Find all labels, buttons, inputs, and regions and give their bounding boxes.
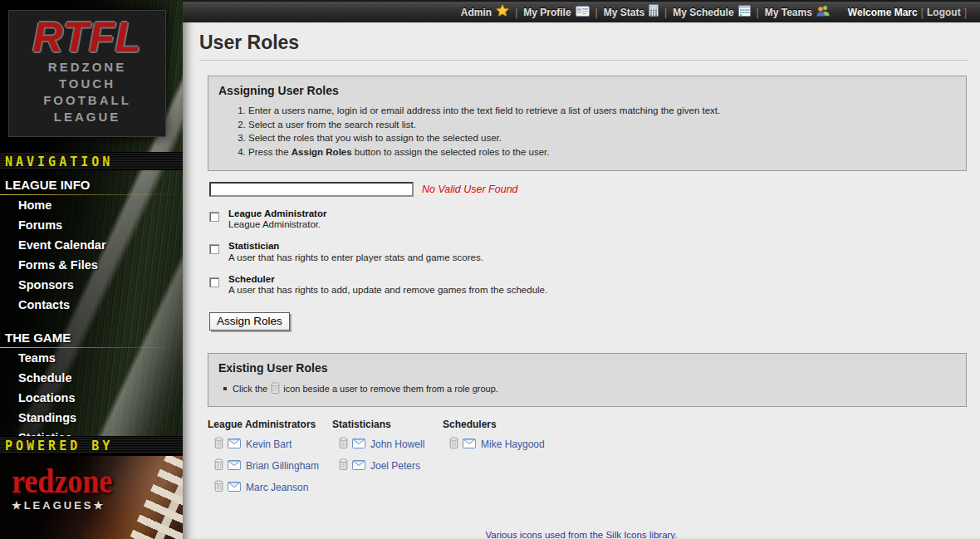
topbar-item-label: My Stats <box>604 7 644 18</box>
topbar: Admin | My Profile | My Stats | My Sched… <box>183 0 980 22</box>
user-row: Joel Peters <box>339 458 443 473</box>
topbar-item-label: My Teams <box>765 7 812 18</box>
user-name-link[interactable]: Marc Jeanson <box>246 482 308 493</box>
role-checkbox-scheduler[interactable] <box>209 277 219 287</box>
user-row: John Howell <box>339 437 443 452</box>
email-icon[interactable] <box>228 480 241 495</box>
redzone-leagues-sub: ★LEAGUES★ <box>12 499 105 512</box>
logo-line: LEAGUE <box>9 109 165 125</box>
footer: Various icons used from the Silk Icons l… <box>183 530 980 539</box>
instruction-step: Select a user from the search result lis… <box>248 120 956 130</box>
footer-credit-icons: Various icons used from the Silk Icons l… <box>183 530 980 539</box>
note-text: Click the <box>233 384 267 394</box>
email-icon[interactable] <box>352 437 365 452</box>
role-name: League Administrator <box>228 208 980 218</box>
email-icon[interactable] <box>463 437 476 452</box>
group-title: Schedulers <box>443 419 545 430</box>
user-name-link[interactable]: Kevin Bart <box>246 439 292 450</box>
sidebar-item-schedule[interactable]: Schedule <box>0 368 183 388</box>
topbar-item-my-stats[interactable]: My Stats <box>604 4 659 20</box>
welcome-user-label: Welcome Marc <box>848 7 918 18</box>
logo-line: FOOTBALL <box>9 92 165 109</box>
logout-link[interactable]: Logout <box>927 7 961 18</box>
step-bold-text: Assign Roles <box>292 147 352 157</box>
sidebar-nav: LEAGUE INFO Home Forums Event Calendar F… <box>0 170 183 448</box>
group-schedulers: Schedulers Mike Haygood <box>443 419 545 495</box>
topbar-item-my-profile[interactable]: My Profile <box>523 5 589 20</box>
remove-user-icon[interactable] <box>214 437 223 452</box>
football-laces-graphic <box>124 456 183 539</box>
panel-title: Existing User Roles <box>218 361 956 375</box>
remove-user-icon[interactable] <box>339 458 348 473</box>
vcard-icon <box>576 5 590 20</box>
group-statisticians: Statisticians John Howell Joel Peters <box>332 419 443 495</box>
topbar-item-my-teams[interactable]: My Teams <box>765 5 830 20</box>
powered-by-header: POWERED BY <box>0 436 183 454</box>
role-checkbox-statistician[interactable] <box>209 244 219 254</box>
topbar-item-label: My Schedule <box>673 7 733 18</box>
topbar-item-admin[interactable]: Admin <box>461 4 509 20</box>
email-icon[interactable] <box>352 458 365 473</box>
topbar-separator: | <box>757 7 759 18</box>
user-name-link[interactable]: Mike Haygood <box>481 439 545 450</box>
sidebar-item-teams[interactable]: Teams <box>0 348 183 368</box>
role-name: Statistician <box>228 241 980 251</box>
search-status-message: No Valid User Found <box>422 184 518 195</box>
topbar-item-label: Admin <box>461 7 492 18</box>
instruction-step: Press the Assign Roles button to assign … <box>248 147 956 157</box>
role-description: A user that has rights to enter player s… <box>228 252 980 262</box>
role-description: A user that has rights to add, update an… <box>228 285 980 295</box>
sidebar-item-standings[interactable]: Standings <box>0 408 183 428</box>
role-description: League Administrator. <box>228 219 980 229</box>
email-icon[interactable] <box>228 458 241 473</box>
user-search-input[interactable] <box>209 182 414 197</box>
logo-acronym: RTFL <box>9 16 165 59</box>
sidebar-item-forums[interactable]: Forums <box>0 215 183 235</box>
topbar-item-my-schedule[interactable]: My Schedule <box>673 5 750 20</box>
bullet-square <box>223 387 227 390</box>
instructions-list: Enter a users name, login id or email ad… <box>218 105 956 157</box>
topbar-separator: | <box>664 7 667 18</box>
role-checkbox-league-administrator[interactable] <box>209 212 219 222</box>
group-icon <box>816 5 830 20</box>
page-title: User Roles <box>199 32 968 61</box>
user-row: Mike Haygood <box>449 437 545 452</box>
topbar-separator: | <box>515 7 517 18</box>
sidebar-item-contacts[interactable]: Contacts <box>0 295 183 315</box>
main-content: User Roles Assigning User Roles Enter a … <box>183 22 980 539</box>
logo-line: TOUCH <box>9 76 165 92</box>
user-name-link[interactable]: Joel Peters <box>370 460 420 472</box>
instruction-step: Select the roles that you wish to assign… <box>248 133 956 143</box>
existing-user-roles-panel: Existing User Roles Click the icon besid… <box>208 353 967 407</box>
user-row: Brian Gillingham <box>214 458 332 473</box>
user-row: Marc Jeanson <box>214 480 332 495</box>
logo-line: REDZONE <box>9 59 165 76</box>
assigning-user-roles-panel: Assigning User Roles Enter a users name,… <box>208 76 967 171</box>
user-name-link[interactable]: John Howell <box>370 439 424 450</box>
sidebar-item-locations[interactable]: Locations <box>0 388 183 408</box>
section-title-the-game: THE GAME <box>0 323 183 348</box>
email-icon[interactable] <box>228 437 241 452</box>
topbar-separator: | <box>595 7 598 18</box>
instruction-step: Enter a users name, login id or email ad… <box>248 105 956 115</box>
section-title-league-info: LEAGUE INFO <box>0 170 183 195</box>
sidebar-item-home[interactable]: Home <box>0 195 183 215</box>
remove-user-icon[interactable] <box>214 480 223 495</box>
remove-user-icon[interactable] <box>339 437 348 452</box>
powered-by-logo-area: redzone ★LEAGUES★ <box>0 456 183 539</box>
navigation-header: NAVIGATION <box>0 152 183 170</box>
remove-user-icon[interactable] <box>214 458 223 473</box>
sidebar-item-sponsors[interactable]: Sponsors <box>0 275 183 295</box>
assign-roles-button[interactable]: Assign Roles <box>209 312 290 331</box>
group-league-administrators: League Administrators Kevin Bart Brian G… <box>208 419 332 495</box>
sidebar-item-forms-files[interactable]: Forms & Files <box>0 255 183 275</box>
user-row: Kevin Bart <box>214 437 332 452</box>
league-logo: RTFL REDZONE TOUCH FOOTBALL LEAGUE <box>8 10 166 137</box>
trash-icon <box>267 382 283 395</box>
logout-bracket: ] <box>964 7 967 18</box>
remove-user-icon[interactable] <box>449 437 458 452</box>
sidebar-item-event-calendar[interactable]: Event Calendar <box>0 235 183 255</box>
group-title: League Administrators <box>208 419 332 430</box>
user-name-link[interactable]: Brian Gillingham <box>246 460 319 472</box>
role-option-scheduler: Scheduler A user that has rights to add,… <box>209 274 980 296</box>
